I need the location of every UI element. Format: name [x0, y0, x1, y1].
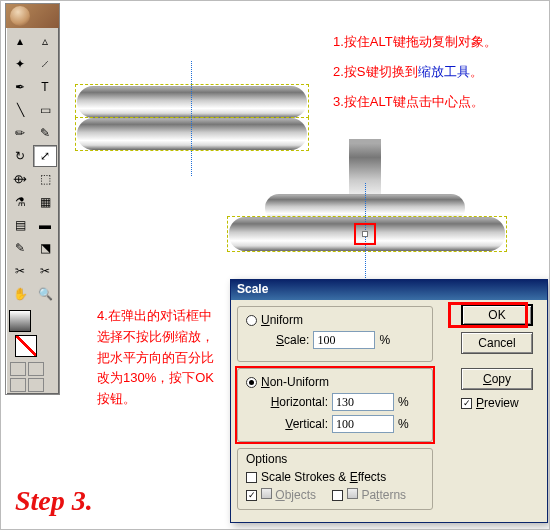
patterns-checkbox — [332, 490, 343, 501]
scale-field-label: Scale: — [276, 333, 309, 347]
instruction-4: 4.在弹出的对话框中选择不按比例缩放，把水平方向的百分比改为130%，按下OK按… — [97, 306, 222, 410]
instruction-2a: 2.按S键切换到 — [333, 64, 418, 79]
tool-graph[interactable]: ▦ — [33, 191, 57, 213]
tool-direct-select[interactable]: ▵ — [33, 30, 57, 52]
horizontal-input[interactable] — [332, 393, 394, 411]
tool-scissors[interactable]: ✂ — [33, 260, 57, 282]
scale-dialog: Scale Uniform Scale: % Non-Uniform Horiz… — [230, 279, 548, 523]
tool-selection[interactable]: ▴ — [8, 30, 32, 52]
tool-eyedropper[interactable]: ✎ — [8, 237, 32, 259]
objects-label: Objects — [261, 488, 316, 502]
none-mode[interactable] — [10, 378, 26, 392]
tool-rectangle[interactable]: ▭ — [33, 99, 57, 121]
nonuniform-fieldset: Non-Uniform Horizontal: % Vertical: % — [237, 368, 433, 442]
button-column: OK Cancel Copy Preview — [461, 304, 541, 414]
tool-mesh[interactable]: ▤ — [8, 214, 32, 236]
tool-blend[interactable]: ⬔ — [33, 237, 57, 259]
horiz-percent: % — [398, 395, 409, 409]
tool-magic-wand[interactable]: ✦ — [8, 53, 32, 75]
patterns-label: Patterns — [347, 488, 406, 502]
anchor-point[interactable] — [362, 231, 368, 237]
options-label: Options — [246, 452, 424, 466]
scale-percent: % — [379, 333, 390, 347]
instruction-1: 1.按住ALT键拖动复制对象。 — [333, 33, 497, 51]
tool-type[interactable]: T — [33, 76, 57, 98]
tool-rotate[interactable]: ↻ — [8, 145, 32, 167]
instruction-2c: 。 — [470, 64, 483, 79]
step-label: Step 3. — [15, 485, 93, 517]
tool-zoom[interactable]: 🔍 — [33, 283, 57, 305]
vertical-input[interactable] — [332, 415, 394, 433]
gradient-mode[interactable] — [28, 362, 44, 376]
copy-button[interactable]: Copy — [461, 368, 533, 390]
preview-label: Preview — [476, 396, 519, 410]
nonuniform-label: Non-Uniform — [261, 375, 329, 389]
vert-percent: % — [398, 417, 409, 431]
uniform-label: Uniform — [261, 313, 303, 327]
stroke-swatch[interactable] — [15, 335, 37, 357]
tool-scale[interactable]: ⤢ — [33, 145, 57, 167]
vertical-label: Vertical: — [256, 417, 328, 431]
instruction-4b: 不按比例缩放 — [123, 329, 201, 344]
fill-swatch[interactable] — [9, 310, 31, 332]
instruction-3: 3.按住ALT键点击中心点。 — [333, 93, 484, 111]
color-swatches — [6, 307, 59, 360]
tool-grid: ▴ ▵ ✦ ⟋ ✒ T ╲ ▭ ✏ ✎ ↻ ⤢ ⟴ ⬚ ⚗ ▦ ▤ ▬ ✎ ⬔ … — [6, 28, 59, 307]
instruction-2: 2.按S键切换到缩放工具。 — [333, 63, 483, 81]
horizontal-label: Horizontal: — [256, 395, 328, 409]
tool-slice[interactable]: ✂ — [8, 260, 32, 282]
options-fieldset: Options Scale Strokes & Effects Objects … — [237, 448, 433, 510]
tool-free-transform[interactable]: ⬚ — [33, 168, 57, 190]
color-mode[interactable] — [10, 362, 26, 376]
uniform-radio[interactable] — [246, 315, 257, 326]
tool-lasso[interactable]: ⟋ — [33, 53, 57, 75]
tool-paintbrush[interactable]: ✏ — [8, 122, 32, 144]
tool-pen[interactable]: ✒ — [8, 76, 32, 98]
cancel-button[interactable]: Cancel — [461, 332, 533, 354]
tool-gradient[interactable]: ▬ — [33, 214, 57, 236]
scale-input[interactable] — [313, 331, 375, 349]
screen-mode[interactable] — [28, 378, 44, 392]
mini-swatches — [6, 360, 59, 394]
preview-checkbox[interactable] — [461, 398, 472, 409]
toolbox-panel: ▴ ▵ ✦ ⟋ ✒ T ╲ ▭ ✏ ✎ ↻ ⤢ ⟴ ⬚ ⚗ ▦ ▤ ▬ ✎ ⬔ … — [5, 3, 60, 395]
dialog-titlebar[interactable]: Scale — [231, 280, 547, 300]
tool-symbol-sprayer[interactable]: ⚗ — [8, 191, 32, 213]
app-logo — [6, 4, 59, 28]
tool-line[interactable]: ╲ — [8, 99, 32, 121]
pipe-shape-top-2 — [77, 118, 307, 150]
dialog-body: Uniform Scale: % Non-Uniform Horizontal:… — [231, 300, 547, 522]
scale-strokes-checkbox[interactable] — [246, 472, 257, 483]
uniform-fieldset: Uniform Scale: % — [237, 306, 433, 362]
instruction-2b: 缩放工具 — [418, 64, 470, 79]
pipe-shape-top-1 — [77, 86, 307, 118]
objects-checkbox — [246, 490, 257, 501]
tool-warp[interactable]: ⟴ — [8, 168, 32, 190]
ok-button[interactable]: OK — [461, 304, 533, 326]
tool-hand[interactable]: ✋ — [8, 283, 32, 305]
nonuniform-radio[interactable] — [246, 377, 257, 388]
tool-pencil[interactable]: ✎ — [33, 122, 57, 144]
scale-strokes-label: Scale Strokes & Effects — [261, 470, 386, 484]
